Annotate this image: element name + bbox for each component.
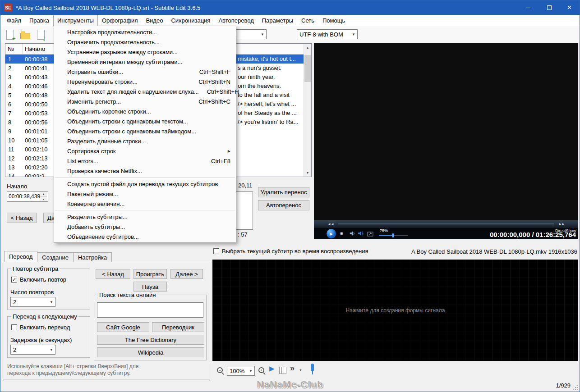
menu-item-netflix-quality-check[interactable]: Проверка качества Netflix...: [54, 166, 236, 176]
fullscreen-button[interactable]: [367, 231, 373, 238]
search-input[interactable]: [97, 302, 203, 318]
menu-item-renumber[interactable]: Перенумеровать строки...Ctrl+Shift+N: [54, 77, 236, 87]
scroll-down-icon[interactable]: ▼: [304, 169, 311, 177]
mute-button[interactable]: [349, 230, 355, 238]
menu-item-list-errors[interactable]: List errors...Ctrl+F8: [54, 156, 236, 166]
scroll-up-icon[interactable]: ▲: [304, 44, 311, 51]
select-current-checkbox[interactable]: [213, 248, 219, 254]
menu-item-split-subtitle[interactable]: Разделить субтитры...: [54, 212, 236, 222]
menu-help[interactable]: Помощь: [318, 15, 349, 26]
menu-item-label: Устранение разрывов между строками...: [67, 49, 178, 55]
menu-item-merge-same-timecode[interactable]: Объединить строки с одинаковым таймкодом…: [54, 126, 236, 136]
menu-item-split-long-lines[interactable]: Разделить длинные строки...: [54, 136, 236, 146]
watermark: NaNaMe-Club: [257, 379, 323, 390]
menu-item-append-subtitle[interactable]: Добавить субтитры...: [54, 222, 236, 232]
menu-item-batch-convert[interactable]: Пакетный режим...: [54, 189, 236, 199]
row-start-time: 00:02:20: [23, 164, 59, 171]
volume-thumb[interactable]: [392, 233, 394, 237]
wave-play-button[interactable]: ▶: [269, 365, 275, 373]
enable-advance-checkbox[interactable]: [11, 324, 17, 330]
zoom-in-button[interactable]: +: [258, 367, 264, 373]
folder-tab: [21, 32, 25, 33]
pause-button[interactable]: Пауза: [133, 282, 167, 292]
encoding-select[interactable]: UTF-8 with BOM ▼: [297, 29, 358, 39]
stop-button[interactable]: ■: [340, 231, 343, 236]
play-button[interactable]: ▶: [327, 229, 336, 238]
rewind-icon[interactable]: ◄◄: [327, 222, 334, 226]
minimize-icon: [526, 8, 531, 8]
volume-button[interactable]: [357, 230, 364, 238]
menu-item-bridge-gaps[interactable]: Устранение разрывов между строками...: [54, 47, 236, 57]
menu-item-fix-errors[interactable]: Исправить ошибки...Ctrl+Shift+F: [54, 67, 236, 77]
open-file-button[interactable]: [19, 29, 31, 41]
menu-item-remove-hi-text[interactable]: Удалить текст для людей с нарушением слу…: [54, 87, 236, 96]
close-button[interactable]: ×: [559, 0, 580, 15]
wikipedia-button[interactable]: Wikipedia: [97, 347, 204, 357]
forward-icon[interactable]: ►►: [558, 222, 565, 226]
menu-item-label: Добавить субтитры...: [67, 223, 125, 230]
google-site-button[interactable]: Сайт Google: [97, 322, 149, 332]
new-file-button[interactable]: +: [4, 29, 16, 41]
menu-tools[interactable]: Инструменты: [53, 15, 98, 26]
back-button[interactable]: < Назад: [96, 269, 130, 279]
menu-item-label: Объединить строки с одинаковым таймкодом…: [67, 128, 196, 135]
next-button[interactable]: Далее >: [170, 269, 203, 279]
spin-down-icon[interactable]: ▼: [40, 197, 47, 202]
row-start-time: 00:00:46: [23, 83, 59, 90]
zoom-select[interactable]: 100% ▼: [227, 366, 255, 376]
menu-video[interactable]: Видео: [142, 15, 167, 26]
menu-item-limit-duration[interactable]: Ограничить продолжительность...: [54, 37, 236, 47]
repeat-group-title: Повтор субтитра: [11, 265, 60, 272]
menu-item-measurement-converter[interactable]: Конвертер величин...: [54, 199, 236, 209]
enable-repeat-checkbox[interactable]: ✓: [11, 277, 17, 283]
tab-translate[interactable]: Перевод: [4, 251, 37, 262]
menu-edit[interactable]: Правка: [25, 15, 53, 26]
menu-item-duration-settings[interactable]: Настройка продолжительности...: [54, 27, 236, 37]
columns-view-button[interactable]: [279, 367, 286, 374]
menu-item-change-casing[interactable]: Изменить регистр...Ctrl+Shift+C: [54, 96, 236, 106]
minimize-button[interactable]: [519, 0, 539, 15]
menu-item-merge-short-lines[interactable]: Объединить короткие строки...: [54, 106, 236, 116]
remove-line-break-button[interactable]: Удалить перенос: [258, 187, 309, 197]
fast-forward-dropdown-icon[interactable]: ▼: [299, 369, 302, 372]
menu-item-make-empty-translation[interactable]: Создать пустой файл для перевода текущих…: [54, 179, 236, 189]
row-text: [238, 127, 304, 136]
save-file-button[interactable]: ↓: [35, 29, 46, 41]
menu-autotranslate[interactable]: Автоперевод: [214, 15, 258, 26]
play-current-button[interactable]: Проиграть: [133, 269, 167, 279]
repeat-count-select[interactable]: 2 ▼: [10, 297, 55, 307]
seek-track[interactable]: [338, 223, 554, 224]
spin-up-icon[interactable]: ▲: [40, 191, 47, 197]
waveform-panel[interactable]: Нажмите для создания формы сигнала: [212, 260, 578, 361]
scrollbar-thumb[interactable]: [304, 55, 311, 82]
tab-adjust[interactable]: Настройка: [73, 252, 112, 262]
previous-subtitle-button[interactable]: < Назад: [7, 213, 37, 223]
menu-file[interactable]: Файл: [3, 15, 25, 26]
column-header-number[interactable]: №: [5, 44, 23, 54]
auto-break-button[interactable]: Автоперенос: [258, 200, 309, 210]
menu-item-join-subtitles[interactable]: Объединение субтитров...: [54, 232, 236, 242]
start-time-input[interactable]: [7, 191, 40, 201]
menu-synchronization[interactable]: Сихронизация: [167, 15, 214, 26]
tab-create[interactable]: Создание: [37, 252, 74, 262]
menu-item-set-gap[interactable]: Временной интервал между субтитрами...: [54, 57, 236, 67]
menu-item-label: Перенумеровать строки...: [67, 78, 138, 85]
volume-slider[interactable]: [379, 235, 408, 236]
magnifier-handle: [221, 372, 224, 375]
translator-button[interactable]: Переводчик: [152, 322, 204, 332]
video-player[interactable]: ◄◄ ►► ▶ ■ 75% DirectShow 00:00:00,000 / …: [314, 43, 578, 239]
delay-select[interactable]: 2 ▼: [10, 345, 55, 355]
menu-options[interactable]: Параметры: [258, 15, 297, 26]
seek-bar[interactable]: ◄◄ ►►: [314, 220, 578, 228]
zoom-out-button[interactable]: −: [217, 367, 223, 373]
maximize-button[interactable]: [539, 0, 559, 15]
menu-item-sort-lines[interactable]: Сортировка строк▶: [54, 146, 236, 156]
column-header-start[interactable]: Начало: [23, 44, 59, 54]
fast-forward-button[interactable]: »: [290, 364, 295, 373]
free-dictionary-button[interactable]: The Free Dictionary: [97, 335, 204, 345]
resize-grip-icon[interactable]: [571, 383, 572, 384]
list-scrollbar[interactable]: ▲ ▼: [304, 44, 311, 177]
menu-network[interactable]: Сеть: [297, 15, 318, 26]
menu-item-merge-same-text[interactable]: Объединить строки с одинаковым текстом..…: [54, 116, 236, 126]
menu-spellcheck[interactable]: Орфография: [98, 15, 142, 26]
